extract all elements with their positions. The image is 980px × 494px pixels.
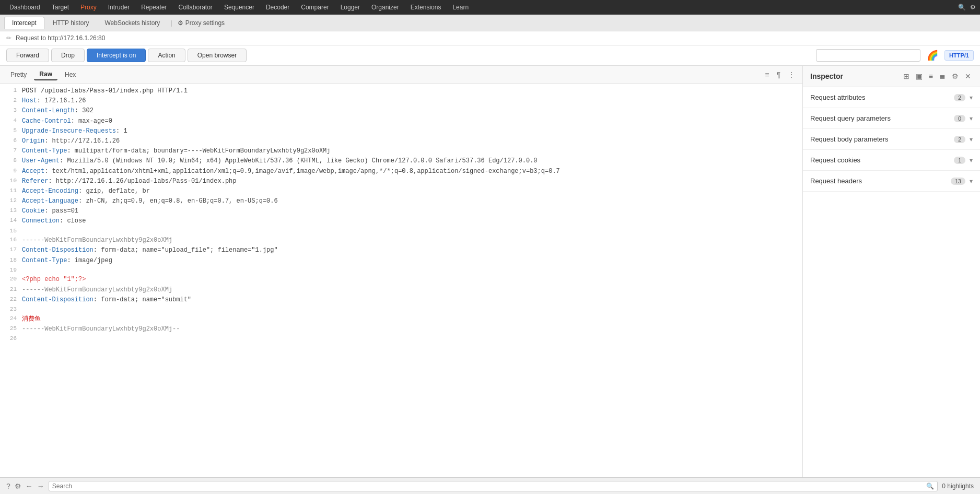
- chevron-down-icon: ▾: [970, 94, 973, 101]
- code-line: 7Content-Type: multipart/form-data; boun…: [0, 146, 802, 156]
- editor-toolbar: Pretty Raw Hex ≡ ¶ ⋮: [0, 66, 802, 84]
- code-line: 19: [0, 266, 802, 275]
- request-url: Request to http://172.16.1.26:80: [16, 34, 105, 42]
- section-label: Request headers: [810, 177, 951, 185]
- nav-extensions[interactable]: Extensions: [405, 3, 447, 12]
- section-label: Request attributes: [810, 93, 954, 101]
- chevron-down-icon: ▾: [970, 157, 973, 164]
- code-line: 17Content-Disposition: form-data; name="…: [0, 245, 802, 255]
- nav-decoder[interactable]: Decoder: [261, 3, 295, 12]
- align-left-icon[interactable]: ≡: [927, 71, 935, 81]
- code-area[interactable]: 1POST /upload-labs/Pass-01/index.php HTT…: [0, 84, 802, 477]
- status-bar: ? ⚙ ← → 🔍 0 highlights: [0, 477, 980, 494]
- more-icon[interactable]: ⋮: [786, 69, 797, 80]
- code-line: 21------WebKitFormBoundaryLwxhbty9g2x0oX…: [0, 285, 802, 295]
- request-bar: ✏ Request to http://172.16.1.26:80: [0, 31, 980, 45]
- http-badge: HTTP/1: [944, 50, 974, 61]
- status-icons: ? ⚙ ← →: [6, 482, 44, 490]
- editor-icons: ≡ ¶ ⋮: [763, 69, 797, 80]
- search-box: [816, 49, 920, 62]
- section-label: Request cookies: [810, 156, 954, 164]
- code-line: 4Cache-Control: max-age=0: [0, 116, 802, 126]
- nav-collaborator[interactable]: Collaborator: [173, 3, 218, 12]
- code-line: 22Content-Disposition: form-data; name="…: [0, 295, 802, 305]
- section-count: 0: [954, 115, 965, 122]
- forward-button[interactable]: Forward: [6, 49, 49, 62]
- pretty-button[interactable]: Pretty: [5, 69, 32, 80]
- tab-bar: Intercept HTTP history WebSockets histor…: [0, 15, 980, 31]
- inspector-section: Request headers13▾: [803, 171, 980, 192]
- code-line: 16------WebKitFormBoundaryLwxhbty9g2x0oX…: [0, 236, 802, 245]
- highlights-badge: 0 highlights: [942, 483, 974, 490]
- tab-http-history[interactable]: HTTP history: [45, 17, 97, 29]
- align-right-icon[interactable]: ≣: [938, 71, 947, 81]
- inspector-section-header[interactable]: Request cookies1▾: [803, 150, 980, 170]
- inspector-section-header[interactable]: Request headers13▾: [803, 171, 980, 191]
- nav-intruder[interactable]: Intruder: [103, 3, 135, 12]
- nav-proxy[interactable]: Proxy: [75, 3, 102, 12]
- search-input[interactable]: [816, 49, 920, 62]
- code-line: 2Host: 172.16.1.26: [0, 96, 802, 106]
- code-line: 26: [0, 334, 802, 344]
- section-count: 2: [954, 94, 965, 101]
- wrap-icon[interactable]: ≡: [763, 69, 771, 80]
- settings-status-icon[interactable]: ⚙: [15, 482, 21, 490]
- top-nav: Dashboard Target Proxy Intruder Repeater…: [0, 0, 980, 15]
- tab-websockets[interactable]: WebSockets history: [98, 17, 168, 29]
- nav-dashboard[interactable]: Dashboard: [4, 3, 45, 12]
- code-line: 14Connection: close: [0, 216, 802, 226]
- settings-icon[interactable]: ⚙: [950, 71, 960, 81]
- editor-panel: Pretty Raw Hex ≡ ¶ ⋮ 1POST /upload-labs/…: [0, 66, 802, 477]
- proxy-settings-tab[interactable]: ⚙ Proxy settings: [178, 19, 225, 27]
- code-line: 25------WebKitFormBoundaryLwxhbty9g2x0oX…: [0, 324, 802, 334]
- inspector-header: Inspector ⊞ ▣ ≡ ≣ ⚙ ✕: [803, 66, 980, 87]
- search-bar-input[interactable]: [52, 483, 926, 490]
- code-line: 8User-Agent: Mozilla/5.0 (Windows NT 10.…: [0, 156, 802, 166]
- pencil-icon: ✏: [6, 34, 11, 42]
- section-count: 2: [954, 136, 965, 143]
- close-icon[interactable]: ✕: [963, 71, 973, 81]
- raw-button[interactable]: Raw: [34, 69, 57, 80]
- inspector-section-header[interactable]: Request body parameters2▾: [803, 129, 980, 149]
- indent-icon[interactable]: ¶: [774, 69, 783, 80]
- section-count: 1: [954, 157, 965, 164]
- action-bar: Forward Drop Intercept is on Action Open…: [0, 45, 980, 66]
- nav-comparer[interactable]: Comparer: [296, 3, 334, 12]
- code-line: 3Content-Length: 302: [0, 106, 802, 116]
- code-line: 13Cookie: pass=01: [0, 206, 802, 216]
- view-full-icon[interactable]: ▣: [914, 71, 924, 81]
- intercept-on-button[interactable]: Intercept is on: [87, 49, 146, 62]
- inspector-section: Request cookies1▾: [803, 150, 980, 171]
- code-line: 11Accept-Encoding: gzip, deflate, br: [0, 186, 802, 196]
- chevron-down-icon: ▾: [970, 136, 973, 143]
- code-line: 18Content-Type: image/jpeg: [0, 256, 802, 266]
- inspector-section: Request body parameters2▾: [803, 129, 980, 150]
- nav-learn[interactable]: Learn: [447, 3, 474, 12]
- main-content: Pretty Raw Hex ≡ ¶ ⋮ 1POST /upload-labs/…: [0, 66, 980, 477]
- view-split-icon[interactable]: ⊞: [902, 71, 911, 81]
- back-icon[interactable]: ←: [26, 482, 33, 490]
- settings-nav-icon[interactable]: ⚙: [970, 4, 976, 11]
- hex-button[interactable]: Hex: [60, 69, 81, 80]
- nav-repeater[interactable]: Repeater: [136, 3, 172, 12]
- drop-button[interactable]: Drop: [51, 49, 85, 62]
- search-bar: 🔍: [49, 481, 938, 491]
- inspector-section-header[interactable]: Request attributes2▾: [803, 87, 980, 108]
- nav-target[interactable]: Target: [46, 3, 74, 12]
- tab-intercept[interactable]: Intercept: [4, 17, 44, 29]
- nav-organizer[interactable]: Organizer: [366, 3, 404, 12]
- action-button[interactable]: Action: [148, 49, 185, 62]
- nav-sequencer[interactable]: Sequencer: [219, 3, 260, 12]
- chevron-down-icon: ▾: [970, 178, 973, 185]
- code-line: 23: [0, 305, 802, 314]
- forward-icon[interactable]: →: [37, 482, 44, 490]
- inspector-panel: Inspector ⊞ ▣ ≡ ≣ ⚙ ✕ Request attributes…: [802, 66, 980, 477]
- help-icon[interactable]: ?: [6, 482, 10, 490]
- section-count: 13: [951, 178, 965, 185]
- code-line: 1POST /upload-labs/Pass-01/index.php HTT…: [0, 86, 802, 96]
- search-nav-icon[interactable]: 🔍: [958, 4, 966, 11]
- nav-logger[interactable]: Logger: [335, 3, 365, 12]
- open-browser-button[interactable]: Open browser: [188, 49, 247, 62]
- inspector-section-header[interactable]: Request query parameters0▾: [803, 108, 980, 128]
- rainbow-icon: 🌈: [927, 50, 938, 61]
